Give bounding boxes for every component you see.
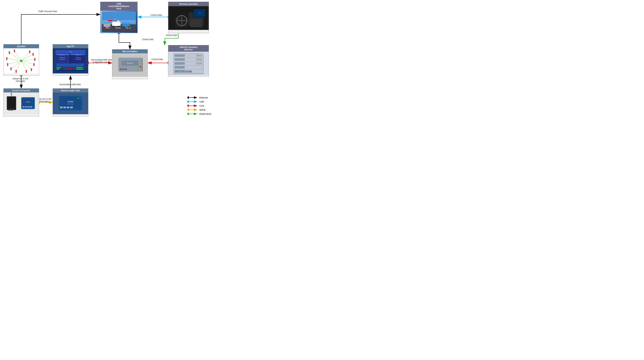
svg-rect-140 — [174, 62, 185, 65]
svg-point-56 — [14, 50, 15, 51]
svg-rect-25 — [104, 24, 110, 27]
svg-point-31 — [180, 19, 183, 22]
legend-ds815: DS815 BUS — [188, 113, 211, 115]
packet-converter-title: Packet Converter — [4, 89, 39, 93]
legend-wave-arrow — [188, 108, 198, 111]
svg-point-19 — [112, 26, 114, 27]
dspace-title: dSPACE SimulatorMid-Size — [168, 45, 209, 52]
svg-rect-75 — [7, 65, 8, 66]
qualnet-title: QualNet — [4, 44, 39, 48]
svg-point-54 — [9, 51, 10, 53]
svg-point-128 — [138, 66, 139, 68]
dspace-box: dSPACE SimulatorMid-Size — [168, 45, 209, 77]
svg-rect-71 — [16, 71, 17, 73]
apppc-image: AS Dist & Accel Speed Drive 0.00 — [53, 48, 88, 74]
svg-rect-118 — [76, 69, 83, 70]
svg-rect-22 — [123, 22, 129, 24]
svg-point-74 — [7, 63, 8, 65]
control-data-driving-dspace-label: Control Data — [163, 34, 180, 36]
virtual-v2v-label: Virtual V2V & V2Imessages — [8, 78, 32, 82]
legend-wave-label: WAVE — [200, 109, 206, 111]
svg-rect-158 — [25, 106, 27, 107]
legend-ethernet-label: Ethernet — [200, 96, 208, 99]
legend-ethernet-arrow — [188, 96, 198, 99]
surrounding-traffic-algo-label: Surrounding traffic data& Algorithm resu… — [89, 59, 114, 63]
svg-point-70 — [16, 70, 17, 71]
svg-rect-166 — [63, 107, 66, 108]
svg-rect-156 — [22, 98, 34, 107]
driving-controller-box: Driving controller SIM — [168, 2, 209, 33]
svg-rect-77 — [6, 59, 7, 60]
svg-rect-59 — [29, 52, 30, 53]
svg-rect-154 — [11, 110, 13, 111]
svg-point-64 — [33, 63, 35, 65]
svg-point-26 — [104, 27, 106, 28]
legend-wave: WAVE — [188, 108, 211, 111]
svg-rect-138 — [174, 54, 185, 57]
legend-usb-label: USB — [200, 101, 204, 103]
svg-point-72 — [10, 68, 12, 69]
packet-converter-box: Packet Converter — [4, 88, 39, 116]
svg-point-170 — [80, 97, 81, 99]
svg-point-68 — [26, 70, 27, 71]
svg-text:AS: AS — [70, 51, 72, 53]
control-data-asm-mab-label: Control Data — [139, 38, 156, 41]
svg-rect-150 — [8, 98, 15, 108]
apppc-box: App PC AS — [53, 44, 88, 76]
svg-rect-55 — [9, 53, 10, 54]
svg-rect-114 — [56, 69, 59, 70]
svg-rect-15 — [116, 28, 120, 28]
legend-can-arrow — [188, 104, 198, 107]
svg-rect-139 — [174, 58, 185, 61]
svg-text:Speed Drive: Speed Drive — [76, 55, 81, 56]
legend-ds815-arrow — [188, 113, 198, 115]
legend: Ethernet USB — [188, 96, 211, 117]
qualnet-box: QualNet — [4, 44, 39, 76]
svg-point-23 — [122, 26, 124, 28]
svg-text:Dist & Accel: Dist & Accel — [60, 55, 65, 56]
svg-rect-125 — [125, 69, 127, 70]
legend-ethernet: Ethernet — [188, 96, 211, 99]
svg-rect-65 — [34, 65, 34, 66]
svg-text:SIM: SIM — [198, 12, 201, 14]
svg-rect-61 — [32, 54, 34, 56]
control-data-dspace-mab-label: Control Data — [148, 58, 166, 61]
svg-text:0.000  0.000: 0.000 0.000 — [76, 59, 81, 60]
packet-converter-image: COHDA — [4, 93, 39, 114]
svg-rect-141 — [174, 66, 185, 69]
svg-rect-124 — [122, 69, 124, 70]
legend-can: CAN — [188, 104, 211, 107]
svg-rect-57 — [14, 51, 15, 52]
svg-text:COHDA: COHDA — [26, 101, 30, 103]
svg-text:MK5 OBU: MK5 OBU — [68, 103, 74, 105]
svg-rect-153 — [8, 110, 10, 111]
svg-point-79 — [21, 60, 22, 61]
svg-rect-159 — [28, 106, 30, 107]
driving-controller-image: SIM — [168, 6, 209, 30]
svg-rect-145 — [196, 62, 202, 64]
microautobox-box: MicroAutoBox dSPACE — [112, 49, 148, 79]
svg-point-58 — [29, 51, 30, 52]
svg-point-60 — [32, 53, 34, 54]
svg-point-24 — [128, 26, 130, 28]
svg-rect-165 — [60, 107, 63, 108]
asm-image — [100, 11, 138, 33]
svg-rect-144 — [196, 59, 202, 61]
microautobox-image: dSPACE — [112, 53, 148, 77]
svg-rect-116 — [66, 69, 72, 70]
svg-rect-123 — [120, 69, 122, 70]
control-data-asm-mab-arrow — [119, 33, 130, 49]
qualnet-image — [4, 48, 39, 74]
svg-text:0.000  0.000: 0.000 0.000 — [60, 57, 65, 58]
svg-rect-103 — [56, 63, 84, 67]
svg-text:dSPACE: dSPACE — [127, 62, 133, 64]
svg-rect-143 — [196, 55, 202, 57]
legend-usb-arrow — [188, 100, 198, 103]
svg-point-169 — [78, 97, 79, 99]
apppc-title: App PC — [53, 44, 88, 48]
svg-point-27 — [108, 27, 110, 28]
svg-rect-108 — [56, 67, 61, 68]
svg-rect-110 — [66, 67, 72, 68]
svg-text:COHDA: COHDA — [68, 101, 74, 103]
svg-point-76 — [6, 57, 8, 59]
